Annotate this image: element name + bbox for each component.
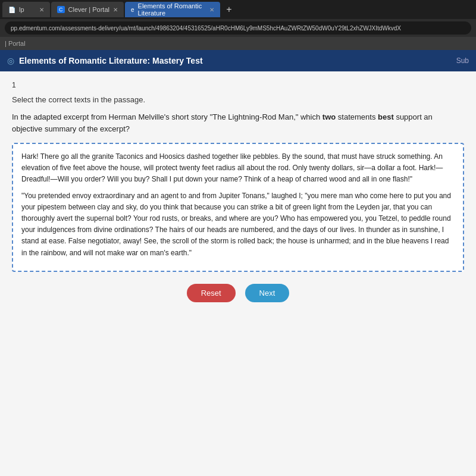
- new-tab-button[interactable]: +: [221, 2, 237, 17]
- breadcrumb-text: | Portal: [5, 40, 26, 47]
- passage-paragraph-2: "You pretended envoy extraordinary and a…: [21, 190, 455, 259]
- tab-help-label: lp: [19, 6, 24, 13]
- tab-edmentum-favicon: e: [131, 7, 134, 13]
- tab-edmentum-label: Elements of Romantic Literature: [138, 2, 206, 17]
- tab-edmentum-close[interactable]: ✕: [209, 7, 214, 13]
- address-input[interactable]: [5, 21, 471, 35]
- passage-paragraph-1: Hark! There go all the granite Taconics …: [21, 151, 455, 186]
- tab-clever[interactable]: C Clever | Portal ✕: [51, 2, 124, 17]
- button-row: Reset Next: [12, 284, 464, 302]
- tab-help[interactable]: 📄 lp ✕: [2, 2, 50, 17]
- address-bar: [0, 19, 476, 37]
- portal-breadcrumb: | Portal: [0, 37, 476, 50]
- reset-button[interactable]: Reset: [187, 284, 236, 302]
- main-content: 1 Select the correct texts in the passag…: [0, 71, 476, 476]
- app-header-title: Elements of Romantic Literature: Mastery…: [19, 56, 452, 65]
- question-number: 1: [12, 81, 464, 89]
- tab-help-favicon: 📄: [8, 7, 15, 13]
- next-button[interactable]: Next: [245, 284, 290, 302]
- tab-edmentum[interactable]: e Elements of Romantic Literature ✕: [125, 2, 220, 17]
- tab-clever-favicon: C: [57, 6, 65, 13]
- passage-box[interactable]: Hark! There go all the granite Taconics …: [12, 143, 464, 272]
- tab-help-close[interactable]: ✕: [39, 7, 44, 13]
- tab-clever-close[interactable]: ✕: [113, 7, 118, 13]
- instruction-text: Select the correct texts in the passage.: [12, 95, 464, 104]
- question-text: In the adapted excerpt from Herman Melvi…: [12, 111, 464, 134]
- tab-clever-label: Clever | Portal: [68, 6, 110, 13]
- tab-bar: 📄 lp ✕ C Clever | Portal ✕ e Elements of…: [0, 0, 476, 19]
- app-header: ◎ Elements of Romantic Literature: Maste…: [0, 50, 476, 71]
- app-header-icon: ◎: [7, 56, 14, 65]
- submit-label: Sub: [456, 57, 469, 65]
